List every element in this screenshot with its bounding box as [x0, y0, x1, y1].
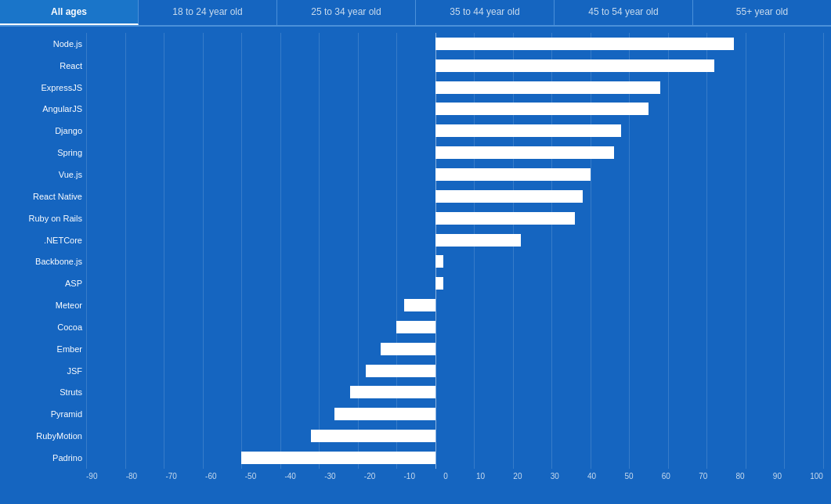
row-label: ExpressJS	[0, 83, 82, 92]
bar	[435, 38, 734, 50]
x-axis-label: 40	[587, 472, 596, 481]
row-label: Cocoa	[0, 322, 82, 332]
table-row: Node.js	[86, 33, 823, 55]
bar	[350, 386, 435, 398]
x-axis-label: 80	[736, 472, 745, 481]
bar-area	[86, 55, 823, 77]
tab-5[interactable]: 55+ year old	[693, 0, 831, 25]
row-label: Node.js	[0, 39, 82, 49]
bar-area	[86, 164, 823, 185]
tabs-bar: All ages18 to 24 year old25 to 34 year o…	[0, 0, 831, 27]
bar	[435, 103, 649, 115]
x-axis-label: -20	[364, 472, 375, 481]
row-label: Pyramid	[0, 409, 82, 419]
bar-area	[86, 316, 823, 338]
bar-area	[86, 338, 823, 360]
row-label: Padrino	[0, 453, 82, 463]
row-label: React	[0, 61, 82, 70]
bar	[334, 408, 435, 420]
row-label: Meteor	[0, 301, 82, 310]
table-row: AngularJS	[86, 99, 823, 121]
x-axis-label: -50	[245, 472, 256, 481]
row-label: Ruby on Rails	[0, 214, 82, 223]
tab-2[interactable]: 25 to 34 year old	[277, 0, 416, 25]
x-axis: -90-80-70-60-50-40-30-20-100102030405060…	[0, 472, 831, 481]
table-row: JSF	[86, 360, 823, 382]
bar-area	[86, 120, 823, 142]
bar	[435, 146, 614, 159]
tab-1[interactable]: 18 to 24 year old	[139, 0, 277, 25]
bar	[435, 59, 715, 72]
table-row: Backbone.js	[86, 250, 823, 272]
table-row: Ruby on Rails	[86, 207, 823, 229]
table-row: .NETCore	[86, 229, 823, 251]
bar	[435, 277, 443, 290]
bar-area	[86, 33, 823, 55]
x-axis-label: -10	[404, 472, 415, 481]
row-label: Backbone.js	[0, 257, 82, 266]
row-label: JSF	[0, 366, 82, 376]
row-label: .NETCore	[0, 236, 82, 245]
bar-area	[86, 185, 823, 207]
x-axis-label: 30	[551, 472, 559, 481]
table-row: React Native	[86, 185, 823, 207]
row-label: React Native	[0, 192, 82, 201]
tab-3[interactable]: 35 to 44 year old	[416, 0, 555, 25]
bar-area	[86, 142, 823, 164]
row-label: RubyMotion	[0, 431, 82, 441]
bar-area	[86, 425, 823, 447]
table-row: Spring	[86, 142, 823, 164]
bar	[435, 255, 443, 268]
bar-area	[86, 229, 823, 251]
table-row: RubyMotion	[86, 425, 823, 447]
bar-area	[86, 447, 823, 469]
table-row: Cocoa	[86, 316, 823, 338]
bar-area	[86, 99, 823, 121]
tab-4[interactable]: 45 to 54 year old	[555, 0, 693, 25]
row-label: Vue.js	[0, 170, 82, 179]
bar-area	[86, 77, 823, 99]
tab-0[interactable]: All ages	[0, 0, 139, 25]
table-row: ExpressJS	[86, 77, 823, 99]
bar	[435, 234, 521, 247]
x-axis-label: 100	[810, 472, 823, 481]
bar	[435, 212, 575, 225]
x-axis-label: 90	[773, 472, 782, 481]
row-label: Ember	[0, 344, 82, 354]
bar-area	[86, 207, 823, 229]
row-label: Struts	[0, 387, 82, 397]
table-row: Padrino	[86, 447, 823, 469]
chart-area: Node.jsReactExpressJSAngularJSDjangoSpri…	[0, 27, 831, 504]
bar-area	[86, 403, 823, 425]
x-axis-label: -80	[126, 472, 137, 481]
bar-area	[86, 360, 823, 382]
table-row: Vue.js	[86, 164, 823, 185]
row-label: Spring	[0, 148, 82, 157]
x-axis-label: 60	[662, 472, 670, 481]
bar-area	[86, 250, 823, 272]
x-axis-label: 0	[443, 472, 448, 481]
x-axis-label: -40	[284, 472, 295, 481]
x-axis-label: -60	[205, 472, 216, 481]
x-axis-label: -30	[324, 472, 335, 481]
bar	[435, 190, 583, 203]
bar-area	[86, 382, 823, 404]
table-row: Pyramid	[86, 403, 823, 425]
row-label: AngularJS	[0, 104, 82, 113]
row-label: ASP	[0, 279, 82, 288]
bar	[396, 321, 435, 333]
row-label: Django	[0, 126, 82, 135]
bar	[381, 343, 435, 355]
bar	[311, 430, 435, 442]
x-axis-label: 20	[513, 472, 522, 481]
bar	[435, 124, 622, 137]
bar	[435, 168, 591, 181]
chart-container: All ages18 to 24 year old25 to 34 year o…	[0, 0, 831, 504]
x-axis-label: -70	[165, 472, 176, 481]
table-row: ASP	[86, 272, 823, 294]
table-row: React	[86, 55, 823, 77]
table-row: Ember	[86, 338, 823, 360]
x-axis-label: -90	[86, 472, 97, 481]
bar	[435, 81, 660, 94]
bar	[404, 299, 435, 311]
